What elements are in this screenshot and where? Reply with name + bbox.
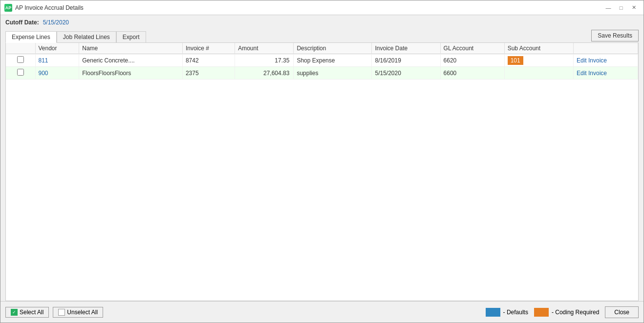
window-title: AP Invoice Accrual Details (15, 4, 84, 11)
table-row: 811Generic Concrete....874217.35Shop Exp… (6, 54, 638, 67)
table-header-row: Vendor Name Invoice # Amount Description… (6, 43, 638, 54)
col-header-vendor: Vendor (35, 43, 79, 54)
edit-invoice-link[interactable]: Edit Invoice (577, 57, 607, 64)
row-gl-account: 6620 (440, 54, 504, 67)
col-header-description: Description (294, 43, 372, 54)
check-icon: ✓ (11, 309, 18, 316)
row-vendor: 811 (35, 54, 79, 67)
unselect-all-button[interactable]: Unselect All (53, 307, 103, 318)
tabs-toolbar: Expense Lines Job Related Lines Export S… (5, 30, 639, 42)
minimize-button[interactable]: — (602, 3, 614, 13)
row-checkbox-cell (6, 54, 35, 67)
row-action: Edit Invoice (574, 54, 638, 67)
edit-invoice-link[interactable]: Edit Invoice (577, 70, 607, 77)
data-table-container: Vendor Name Invoice # Amount Description… (5, 42, 639, 301)
row-invoice-date: 8/16/2019 (372, 54, 440, 67)
content-area: Cutoff Date: 5/15/2020 Expense Lines Job… (0, 15, 644, 301)
cutoff-label: Cutoff Date: (5, 19, 39, 26)
footer-left: ✓ Select All Unselect All (5, 307, 103, 318)
tab-expense-lines[interactable]: Expense Lines (5, 31, 57, 43)
row-gl-account: 6600 (440, 67, 504, 80)
main-window: AP AP Invoice Accrual Details — □ ✕ Cuto… (0, 0, 644, 323)
maximize-button[interactable]: □ (615, 3, 627, 13)
legend-blue-box (486, 308, 500, 317)
row-description: supplies (294, 67, 372, 80)
window-controls: — □ ✕ (602, 3, 640, 13)
select-all-button[interactable]: ✓ Select All (5, 307, 49, 318)
row-invoice-date: 5/15/2020 (372, 67, 440, 80)
table-body: 811Generic Concrete....874217.35Shop Exp… (6, 54, 638, 80)
col-header-action (574, 43, 638, 54)
row-vendor: 900 (35, 67, 79, 80)
close-button[interactable]: ✕ (628, 3, 640, 13)
row-sub-account: 101 (504, 54, 573, 67)
col-header-checkbox (6, 43, 35, 54)
col-header-gl-account: GL Account (440, 43, 504, 54)
cutoff-value: 5/15/2020 (43, 19, 69, 26)
col-header-invoice-num: Invoice # (182, 43, 235, 54)
row-sub-account (504, 67, 573, 80)
col-header-invoice-date: Invoice Date (372, 43, 440, 54)
row-checkbox-cell (6, 67, 35, 80)
col-header-amount: Amount (235, 43, 294, 54)
row-checkbox[interactable] (17, 56, 24, 63)
row-checkbox[interactable] (17, 69, 24, 76)
row-invoice-num: 8742 (182, 54, 235, 67)
tab-group: Expense Lines Job Related Lines Export (5, 31, 146, 42)
tab-export[interactable]: Export (116, 31, 146, 43)
footer-right: - Defaults - Coding Required Close (486, 306, 639, 318)
legend-coding-label: - Coding Required (552, 309, 599, 316)
app-icon: AP (4, 4, 12, 12)
footer: ✓ Select All Unselect All - Defaults - C… (0, 301, 644, 323)
tab-job-related-lines[interactable]: Job Related Lines (57, 31, 116, 43)
row-amount: 27,604.83 (235, 67, 294, 80)
legend-orange-box (534, 308, 549, 317)
uncheck-icon (58, 309, 65, 316)
close-footer-button[interactable]: Close (605, 306, 639, 318)
legend-defaults: - Defaults (486, 308, 528, 317)
row-action: Edit Invoice (574, 67, 638, 80)
invoice-table: Vendor Name Invoice # Amount Description… (6, 43, 638, 80)
row-amount: 17.35 (235, 54, 294, 67)
title-bar: AP AP Invoice Accrual Details — □ ✕ (0, 0, 644, 15)
row-description: Shop Expense (294, 54, 372, 67)
table-row: 900FloorsFloorsFloors237527,604.83suppli… (6, 67, 638, 80)
row-name: FloorsFloorsFloors (79, 67, 183, 80)
col-header-name: Name (79, 43, 183, 54)
save-results-button[interactable]: Save Results (591, 30, 639, 41)
cutoff-row: Cutoff Date: 5/15/2020 (5, 19, 639, 26)
col-header-sub-account: Sub Account (504, 43, 573, 54)
legend-coding-required: - Coding Required (534, 308, 599, 317)
legend-defaults-label: - Defaults (503, 309, 528, 316)
row-invoice-num: 2375 (182, 67, 235, 80)
row-name: Generic Concrete.... (79, 54, 183, 67)
